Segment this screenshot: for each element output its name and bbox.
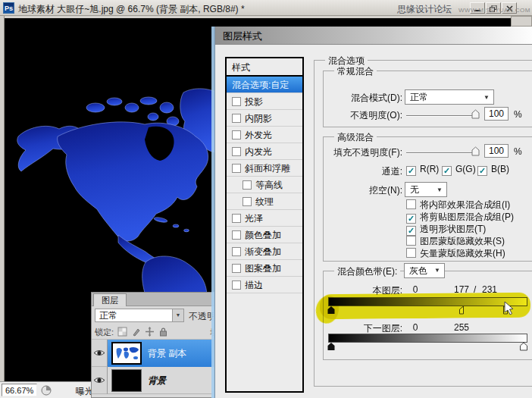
style-item-texture[interactable]: 纹理 <box>227 193 302 210</box>
option-label: 将剪贴图层混合成组(P) <box>420 212 514 222</box>
option-blend-interior-effects[interactable]: 将内部效果混合成组(I) <box>406 199 510 212</box>
style-item-label: 描边 <box>245 280 263 290</box>
blend-mode-value: 正常 <box>410 92 428 102</box>
lock-move-icon[interactable] <box>145 327 155 337</box>
style-item-blending-options[interactable]: 混合选项:自定 <box>227 77 302 93</box>
restore-icon <box>490 5 497 12</box>
style-item-inner-shadow[interactable]: 内阴影 <box>227 110 302 127</box>
opacity-slider-thumb[interactable] <box>471 109 480 119</box>
layer-row-background-copy[interactable]: 背景 副本 <box>92 340 214 367</box>
checkbox-checked[interactable]: ✓ <box>442 166 452 176</box>
checkbox[interactable] <box>232 264 241 273</box>
checkbox[interactable] <box>232 97 241 106</box>
layers-panel: 图层 正常 ▼ 不透明 锁定: <box>91 292 214 398</box>
style-item-label: 内发光 <box>245 146 272 157</box>
opacity-value-input[interactable]: 100 <box>484 107 509 121</box>
checkbox[interactable] <box>406 248 416 258</box>
layer-row-background[interactable]: 背景 <box>92 367 214 394</box>
checkbox[interactable] <box>232 280 241 290</box>
knockout-value: 无 <box>410 184 419 195</box>
checkbox-checked[interactable]: ✓ <box>477 166 487 176</box>
channel-b-checkbox[interactable]: ✓B(B) <box>477 164 509 176</box>
lock-paint-icon[interactable] <box>131 327 141 337</box>
checkbox[interactable] <box>243 180 252 190</box>
chevron-down-icon: ▼ <box>483 90 490 105</box>
checkbox[interactable] <box>243 197 252 206</box>
fill-opacity-slider-thumb[interactable] <box>471 146 480 156</box>
dialog-title: 图层样式 <box>223 30 262 43</box>
style-item-inner-glow[interactable]: 内发光 <box>227 143 302 160</box>
underlying-layer-gradient-bar <box>328 334 527 343</box>
option-layer-mask-hides-effects[interactable]: 图层蒙版隐藏效果(S) <box>406 235 505 248</box>
layer-blend-mode-value: 正常 <box>99 310 117 321</box>
close-button[interactable] <box>502 2 517 14</box>
photoshop-app-icon: Ps <box>3 2 14 14</box>
layers-tab-bar: 图层 <box>92 293 214 306</box>
zoom-level-input[interactable]: 66.67% <box>2 384 37 396</box>
minimize-icon <box>474 5 481 12</box>
layer-name[interactable]: 背景 <box>148 374 166 387</box>
checkbox[interactable] <box>232 164 241 173</box>
checkbox[interactable] <box>406 236 416 246</box>
style-item-gradient-overlay[interactable]: 渐变叠加 <box>227 243 302 260</box>
channel-g-checkbox[interactable]: ✓G(G) <box>442 164 476 176</box>
style-item-label: 外发光 <box>245 130 272 140</box>
channels-label: 通道: <box>314 165 402 178</box>
layer-thumbnail[interactable] <box>111 369 142 392</box>
channel-label: G(G) <box>455 164 476 174</box>
percent-label: % <box>514 146 522 157</box>
option-label: 图层蒙版隐藏效果(S) <box>420 236 505 246</box>
checkbox[interactable] <box>232 114 241 123</box>
checkbox[interactable] <box>232 214 241 223</box>
checkbox[interactable] <box>232 230 241 240</box>
layer-style-dialog: 图层样式 样式 混合选项:自定 投影 内阴影 外发光 内发光 斜面和浮雕 等高线… <box>214 27 532 398</box>
knockout-select[interactable]: 无 ▼ <box>405 182 447 197</box>
option-label: 将内部效果混合成组(I) <box>420 199 510 210</box>
opacity-slider-track[interactable] <box>406 115 479 117</box>
restore-button[interactable] <box>486 2 501 14</box>
dialog-titlebar[interactable]: 图层样式 <box>215 27 532 45</box>
style-item-color-overlay[interactable]: 颜色叠加 <box>227 227 302 243</box>
fill-opacity-value-input[interactable]: 100 <box>484 144 509 158</box>
eye-icon[interactable] <box>93 349 105 357</box>
checkbox[interactable] <box>406 199 416 209</box>
style-item-outer-glow[interactable]: 外发光 <box>227 127 302 143</box>
option-transparency-shapes-layer[interactable]: ✓透明形状图层(T) <box>406 223 486 236</box>
visibility-cell[interactable] <box>92 340 108 367</box>
lock-transparency-icon[interactable] <box>117 327 127 337</box>
checkbox[interactable] <box>232 247 241 256</box>
layer-name[interactable]: 背景 副本 <box>148 347 186 360</box>
layer-thumbnail[interactable] <box>111 342 142 365</box>
underlying-black-slider[interactable] <box>327 343 335 351</box>
lock-all-icon[interactable] <box>158 327 168 337</box>
option-blend-clipped-layers[interactable]: ✓将剪贴图层混合成组(P) <box>406 211 514 224</box>
checkbox[interactable] <box>232 130 241 139</box>
tab-layers[interactable]: 图层 <box>93 293 127 306</box>
style-item-pattern-overlay[interactable]: 图案叠加 <box>227 260 302 277</box>
visibility-cell[interactable] <box>92 367 108 394</box>
underlying-white-slider[interactable] <box>520 343 527 351</box>
fill-opacity-slider-track[interactable] <box>406 152 479 154</box>
knockout-label: 挖空(N): <box>314 184 402 197</box>
app-titlebar[interactable]: Ps 地球素材 大眼仔~旭.jpg @ 66.7% (背景 副本, RGB/8#… <box>0 0 532 16</box>
style-item-contour[interactable]: 等高线 <box>227 177 302 193</box>
layer-blend-mode-select[interactable]: 正常 ▼ <box>95 309 184 322</box>
minimize-button[interactable] <box>470 2 485 14</box>
styles-list: 混合选项:自定 投影 内阴影 外发光 内发光 斜面和浮雕 等高线 纹理 光泽 颜… <box>227 77 302 293</box>
style-item-stroke[interactable]: 描边 <box>227 277 302 293</box>
layer-lock-row: 锁定: 填 <box>92 324 214 340</box>
blend-if-channel-select[interactable]: 灰色 ▼ <box>404 263 445 278</box>
channel-r-checkbox[interactable]: ✓R(R) <box>406 164 439 176</box>
photoshop-window: 66.67% 曝光 图层 正常 ▼ 不透明 锁定: <box>0 0 532 398</box>
checkbox[interactable] <box>232 147 241 156</box>
blend-mode-select[interactable]: 正常 ▼ <box>405 89 494 105</box>
fill-opacity-label: 填充不透明度(F): <box>302 146 402 159</box>
group-title: 混合颜色带(E): <box>334 265 400 278</box>
chevron-down-icon[interactable]: ▼ <box>172 309 183 321</box>
style-item-bevel-emboss[interactable]: 斜面和浮雕 <box>227 160 302 177</box>
eye-icon[interactable] <box>93 376 105 384</box>
style-item-drop-shadow[interactable]: 投影 <box>227 93 302 110</box>
style-item-satin[interactable]: 光泽 <box>227 210 302 227</box>
checkbox-checked[interactable]: ✓ <box>406 166 416 176</box>
option-vector-mask-hides-effects[interactable]: 矢量蒙版隐藏效果(H) <box>406 247 505 260</box>
